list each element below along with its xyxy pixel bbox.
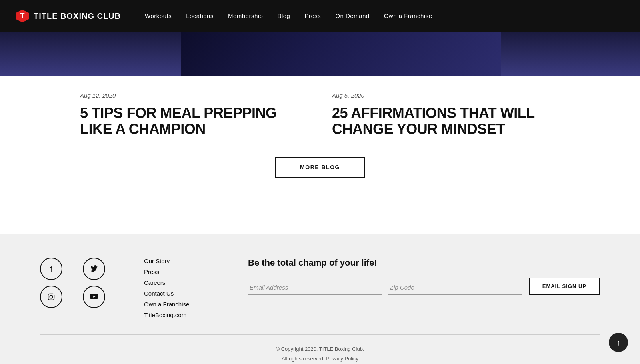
- brand-icon-letter: T: [20, 12, 25, 20]
- more-blog-wrap: MORE BLOG: [40, 157, 600, 178]
- more-blog-button[interactable]: MORE BLOG: [275, 157, 365, 178]
- twitter-icon[interactable]: [83, 258, 105, 280]
- nav-blog[interactable]: Blog: [277, 12, 290, 19]
- zip-input-wrap: [388, 281, 522, 295]
- brand-link[interactable]: T TITLE BOXING CLUB: [16, 10, 121, 22]
- blog-title-2: 25 AFFIRMATIONS THAT WILL CHANGE YOUR MI…: [332, 105, 560, 137]
- blog-date-2: Aug 5, 2020: [332, 92, 560, 99]
- facebook-icon[interactable]: f: [40, 258, 62, 280]
- nav-workouts[interactable]: Workouts: [145, 12, 172, 19]
- brand-name: TITLE BOXING CLUB: [34, 12, 121, 21]
- scroll-to-top-button[interactable]: ↑: [609, 333, 628, 352]
- svg-rect-0: [48, 294, 54, 300]
- privacy-policy-link[interactable]: Privacy Policy: [326, 356, 358, 362]
- section-spacer: [0, 202, 640, 234]
- footer-links: Our Story Press Careers Contact Us Own a…: [144, 258, 224, 318]
- youtube-icon[interactable]: [83, 286, 105, 308]
- footer-link-contact[interactable]: Contact Us: [144, 290, 224, 297]
- footer-bottom: © Copyright 2020. TITLE Boxing Club. All…: [40, 334, 600, 363]
- brand-icon: T: [16, 10, 29, 22]
- footer-link-careers[interactable]: Careers: [144, 279, 224, 286]
- nav-membership[interactable]: Membership: [228, 12, 263, 19]
- nav-press[interactable]: Press: [304, 12, 321, 19]
- instagram-icon[interactable]: [40, 286, 62, 308]
- copyright-line2: All rights reserved.: [282, 356, 325, 362]
- svg-point-1: [50, 295, 53, 298]
- nav-links: Workouts Locations Membership Blog Press…: [145, 12, 432, 20]
- footer-link-our-story[interactable]: Our Story: [144, 258, 224, 264]
- email-signup-button[interactable]: EMAIL SIGN UP: [529, 278, 600, 295]
- blog-grid: Aug 12, 2020 5 TIPS FOR MEAL PREPPING LI…: [80, 92, 560, 137]
- blog-card-2: Aug 5, 2020 25 AFFIRMATIONS THAT WILL CH…: [332, 92, 560, 137]
- nav-franchise[interactable]: Own a Franchise: [384, 12, 432, 19]
- newsletter-form: EMAIL SIGN UP: [248, 278, 600, 295]
- footer: f Our Story Press Careers Contact Us Own…: [0, 234, 640, 364]
- footer-link-press[interactable]: Press: [144, 268, 224, 275]
- footer-newsletter: Be the total champ of your life! EMAIL S…: [248, 258, 600, 295]
- email-input-wrap: [248, 281, 382, 295]
- newsletter-heading: Be the total champ of your life!: [248, 258, 600, 268]
- footer-link-franchise[interactable]: Own a Franchise: [144, 301, 224, 308]
- blog-section: Aug 12, 2020 5 TIPS FOR MEAL PREPPING LI…: [0, 76, 640, 202]
- blog-card-1: Aug 12, 2020 5 TIPS FOR MEAL PREPPING LI…: [80, 92, 308, 137]
- blog-date-1: Aug 12, 2020: [80, 92, 308, 99]
- zip-input[interactable]: [388, 281, 522, 295]
- hero-image: [181, 32, 501, 76]
- svg-point-2: [52, 295, 53, 296]
- footer-top: f Our Story Press Careers Contact Us Own…: [40, 258, 600, 334]
- email-input[interactable]: [248, 281, 382, 295]
- nav-locations[interactable]: Locations: [186, 12, 214, 19]
- hero-strip: [0, 32, 640, 76]
- copyright-line1: © Copyright 2020. TITLE Boxing Club.: [276, 346, 364, 352]
- nav-on-demand[interactable]: On Demand: [335, 12, 369, 19]
- footer-social: f: [40, 258, 120, 308]
- navbar: T TITLE BOXING CLUB Workouts Locations M…: [0, 0, 640, 32]
- footer-link-titleboxing[interactable]: TitleBoxing.com: [144, 312, 224, 318]
- blog-title-1: 5 TIPS FOR MEAL PREPPING LIKE A CHAMPION: [80, 105, 308, 137]
